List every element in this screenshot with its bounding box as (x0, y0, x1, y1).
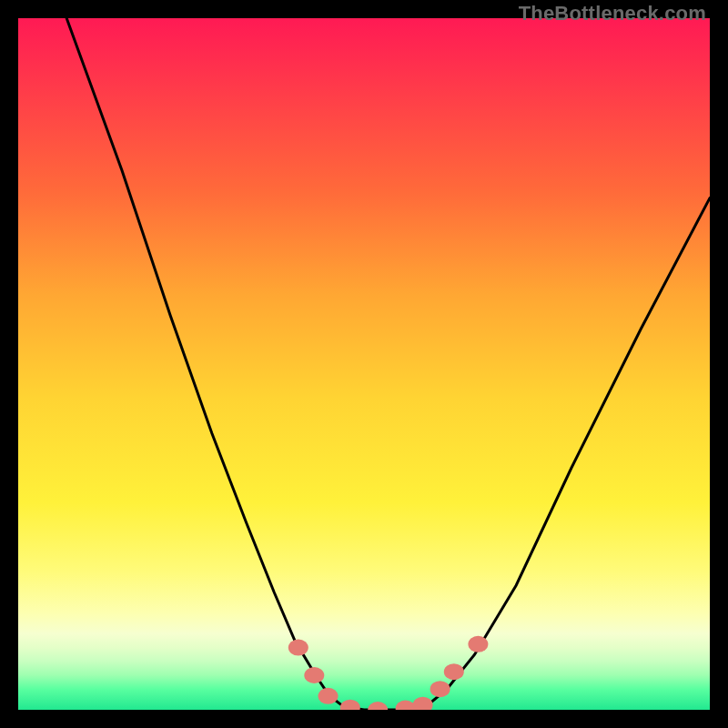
data-marker (413, 697, 433, 710)
data-marker (288, 640, 308, 656)
data-marker (430, 681, 450, 697)
data-marker (304, 667, 324, 683)
data-marker (340, 700, 360, 710)
curve-svg (18, 18, 710, 710)
data-marker (396, 701, 416, 711)
bottleneck-curve (66, 18, 710, 710)
data-marker (444, 663, 464, 680)
data-marker (368, 702, 388, 710)
data-marker (468, 636, 488, 652)
watermark-text: TheBottleneck.com (519, 2, 706, 25)
data-marker (318, 688, 339, 704)
chart-area (18, 18, 710, 710)
